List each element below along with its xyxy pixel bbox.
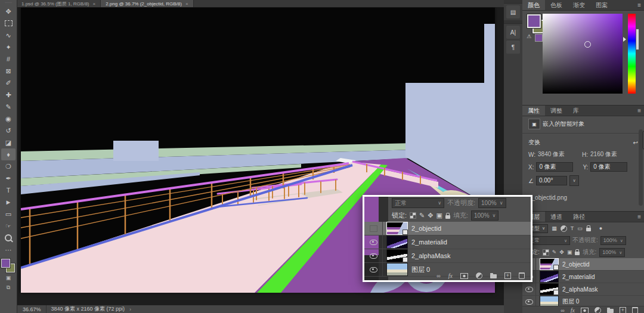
crop-tool[interactable]: # [0,53,17,65]
gamut-warning-icon[interactable]: ⚠ [527,33,531,39]
lock-all-icon[interactable] [445,215,450,219]
lasso-tool[interactable]: ∿ [0,29,17,41]
tab-document-2[interactable]: 2.png @ 36.7% (2_objectid, RGB/8) × [101,0,193,7]
new-layer-icon[interactable]: + [620,307,626,313]
filter-adjustment-layers-icon[interactable] [561,225,567,232]
lock-paint-icon[interactable]: ✎ [419,212,425,219]
layer-row-2-alphamask[interactable]: 2_alphaMask [522,283,644,296]
layer-row-2-alphamask[interactable]: 2_alphaMask [364,249,531,263]
lock-move-icon[interactable]: ✥ [428,212,433,219]
layer-style-icon[interactable]: fx [571,307,575,313]
layer-row-2-materialid[interactable]: 2_materialid [364,235,531,249]
x-input[interactable] [536,162,573,172]
add-mask-icon[interactable] [581,308,589,313]
tab-color[interactable]: 颜色 [522,0,545,10]
brush-settings-panel-button[interactable]: ▤ [506,5,520,18]
layer-row-2-materialid[interactable]: 2_materialid [522,271,644,283]
fill-field[interactable]: 100% ∨ [599,248,625,257]
delete-layer-icon[interactable] [519,272,525,279]
lock-transparency-icon[interactable] [410,212,416,219]
quick-mask-button[interactable]: ▣ [0,273,17,283]
panel-group-grip[interactable] [504,20,522,24]
lock-artboard-icon[interactable]: ▣ [567,249,572,255]
adjustment-layer-icon[interactable] [595,307,601,313]
move-tool[interactable]: ✥ [0,5,17,17]
layer-name[interactable]: 2_alphaMask [411,252,450,259]
tab-properties[interactable]: 属性 [522,106,545,116]
panel-menu-icon[interactable]: ≡ [637,212,641,222]
lock-artboard-icon[interactable]: ▣ [436,212,442,219]
visibility-toggle[interactable] [364,263,383,276]
lock-paint-icon[interactable]: ✎ [552,249,557,255]
clone-stamp-tool[interactable]: ◉ [0,113,17,125]
status-chevron-icon[interactable]: › [129,306,131,312]
hue-slider-pointer[interactable] [623,37,626,42]
new-group-icon[interactable] [490,274,497,278]
angle-dropdown-icon[interactable]: ∨ [569,175,579,186]
layer-thumbnail[interactable] [386,249,408,262]
angle-input[interactable] [536,176,567,185]
layer-thumbnail[interactable] [540,283,559,295]
visibility-toggle[interactable] [364,222,383,235]
layer-thumbnail[interactable] [386,222,408,235]
link-layers-icon[interactable]: ∞ [561,308,564,313]
marquee-tool[interactable] [0,17,17,29]
lock-transparency-icon[interactable] [543,249,549,256]
layer-name[interactable]: 图层 0 [562,297,579,306]
tab-channels[interactable]: 通道 [545,212,568,222]
zoom-tool[interactable] [0,232,17,244]
layer-row-2-objectid[interactable]: 2_objectid [364,222,531,235]
lock-move-icon[interactable]: ✥ [559,249,564,255]
panel-menu-icon[interactable]: ≡ [637,106,641,116]
adjustment-layer-icon[interactable] [476,272,482,279]
tab-document-1[interactable]: 1.psd @ 36.5% (图层 1, RGB/8) × [17,0,101,7]
shape-tool[interactable]: ▭ [0,208,17,220]
edit-toolbar-button[interactable]: ⋯ [0,244,17,256]
add-mask-icon[interactable] [460,273,468,279]
reset-transform-icon[interactable]: ↩ [633,140,638,146]
history-brush-tool[interactable]: ↺ [0,125,17,137]
frame-tool[interactable]: ⊠ [0,65,17,77]
hue-slider[interactable] [628,14,636,94]
lock-all-icon[interactable] [575,252,580,255]
filter-toggle-icon[interactable]: ● [599,225,602,231]
screen-mode-button[interactable]: ⧉ [0,283,17,292]
tab-adjustments[interactable]: 调整 [545,106,568,116]
new-group-icon[interactable] [607,309,614,313]
visibility-toggle[interactable] [364,235,383,249]
tab-patterns[interactable]: 图案 [590,0,613,10]
type-tool[interactable]: T [0,184,17,196]
panel-group-grip[interactable] [504,0,522,4]
fill-field[interactable]: 100% ∨ [471,210,499,221]
layer-row-2-objectid[interactable]: 2_objectid [522,258,644,271]
hand-tool[interactable]: ☞ [0,220,17,232]
layer-name[interactable]: 2_objectid [562,261,590,268]
blend-mode-dropdown[interactable]: 正常 ∨ [526,236,570,245]
close-icon[interactable]: × [93,1,96,7]
opacity-field[interactable]: 100% ∨ [478,198,506,208]
layer-name[interactable]: 2_materialid [411,238,447,246]
layer-name[interactable]: 2_materialid [562,274,595,280]
magic-wand-tool[interactable]: ✦ [0,41,17,53]
visibility-toggle[interactable] [522,283,536,295]
y-input[interactable] [590,162,627,172]
path-select-tool[interactable]: ► [0,196,17,208]
filter-shape-layers-icon[interactable]: ▭ [577,225,583,231]
gamut-warning-swatch[interactable] [535,34,543,42]
delete-layer-icon[interactable] [632,307,638,313]
filter-type-layers-icon[interactable]: T [571,225,574,231]
visibility-toggle[interactable] [364,249,383,262]
scrollbar[interactable] [639,129,643,206]
eraser-tool[interactable]: ◪ [0,137,17,148]
saturation-brightness-field[interactable] [543,14,623,94]
paragraph-panel-button[interactable]: ¶ [506,41,520,54]
layer-thumbnail[interactable] [540,258,559,270]
opacity-field[interactable]: 100% ∨ [600,236,626,245]
panel-menu-icon[interactable]: ≡ [637,0,641,10]
gradient-tool[interactable]: ♦ [1,148,16,160]
zoom-level-field[interactable]: 36.67% [17,305,47,313]
toolbar-grip[interactable]: ⋯⋯ [0,0,17,5]
filter-smart-objects-icon[interactable] [586,228,591,231]
color-picker-marker[interactable] [584,41,591,48]
layer-thumbnail[interactable] [386,235,408,249]
